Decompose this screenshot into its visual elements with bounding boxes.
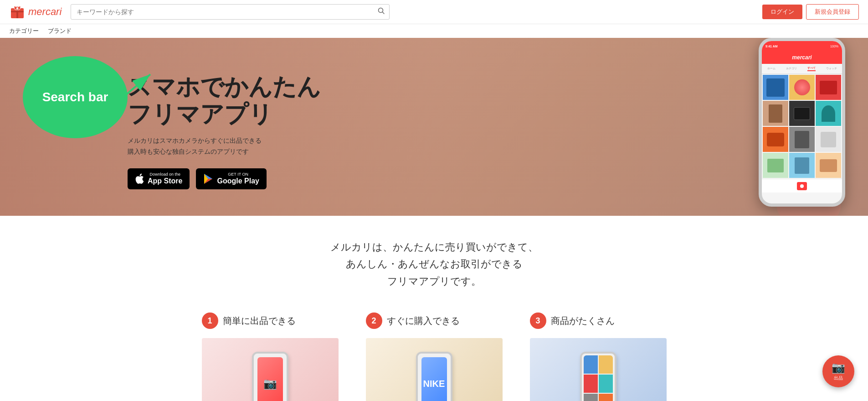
feature-image-3 <box>530 338 667 401</box>
apple-icon <box>135 173 144 184</box>
fab-icon: 📷 <box>832 361 845 374</box>
hero-subtitle-line2: 購入時も安心な独自システムのアプリです <box>128 148 249 155</box>
search-button[interactable] <box>378 7 385 16</box>
feature-item-1: 1 簡単に出品できる 📷 <box>202 312 339 401</box>
google-play-main: Google Play <box>217 177 259 185</box>
store-buttons: Download on the App Store GET IT ON Goog… <box>128 168 321 189</box>
phone-in-hand: 9:41 AM 100% mercari ホーム カテゴリ すべて ウォッチ <box>713 38 859 216</box>
google-play-sub: GET IT ON <box>217 172 259 177</box>
feature-number-row-1: 1 簡単に出品できる <box>202 312 296 329</box>
feature-image-2: NIKE <box>366 338 503 401</box>
feature-title-2: すぐに購入できる <box>387 315 460 327</box>
search-input[interactable] <box>71 4 390 20</box>
tagline-line3: フリマアプリです。 <box>9 273 859 290</box>
feature-image-1: 📷 <box>202 338 339 401</box>
register-button[interactable]: 新規会員登録 <box>806 4 859 20</box>
feature-item-3: 3 商品がたくさん <box>530 312 667 401</box>
fab-button[interactable]: 📷 出品 <box>822 355 854 387</box>
feature-title-3: 商品がたくさん <box>551 315 615 327</box>
nav-item-brand[interactable]: ブランド <box>48 27 72 35</box>
fab-label: 出品 <box>834 375 843 381</box>
feature-title-1: 簡単に出品できる <box>223 315 296 327</box>
svg-line-6 <box>383 12 385 14</box>
feature-item-2: 2 すぐに購入できる NIKE <box>366 312 503 401</box>
app-store-button[interactable]: Download on the App Store <box>128 168 190 189</box>
google-play-button[interactable]: GET IT ON Google Play <box>196 168 266 189</box>
tagline: メルカリは、かんたんに売り買いができて、 あんしん・あんぜんなお取引ができる フ… <box>9 239 859 290</box>
mercari-logo-icon <box>9 4 26 20</box>
hero-subtitle-line1: メルカリはスマホカメラからすぐに出品できる <box>128 137 262 144</box>
feature-number-3: 3 <box>530 312 546 329</box>
hero-section: Search bar スマホでかんたん フリマアプリ メルカリはスマホカメラから… <box>0 38 868 216</box>
header: mercari ログイン 新規会員登録 <box>0 0 868 24</box>
tagline-line2: あんしん・あんぜんなお取引ができる <box>9 255 859 272</box>
logo-text: mercari <box>28 6 62 18</box>
login-button[interactable]: ログイン <box>762 5 802 19</box>
search-bar-wrapper <box>71 4 390 20</box>
logo-link[interactable]: mercari <box>9 4 62 20</box>
nav-item-category[interactable]: カテゴリー <box>9 27 39 35</box>
main-content: メルカリは、かんたんに売り買いができて、 あんしん・あんぜんなお取引ができる フ… <box>0 216 868 401</box>
feature-number-row-3: 3 商品がたくさん <box>530 312 615 329</box>
google-play-icon <box>203 173 213 184</box>
features-section: 1 簡単に出品できる 📷 2 すぐに購入できる <box>161 312 708 401</box>
feature-number-2: 2 <box>366 312 382 329</box>
phone-app-logo: mercari <box>792 54 812 61</box>
annotation-arrow <box>109 65 164 111</box>
feature-number-row-2: 2 すぐに購入できる <box>366 312 460 329</box>
app-store-main: App Store <box>148 177 182 185</box>
search-bar-annotation: Search bar <box>23 56 128 138</box>
annotation-text: Search bar <box>42 89 108 105</box>
tagline-line1: メルカリは、かんたんに売り買いができて、 <box>9 239 859 255</box>
phone-device: 9:41 AM 100% mercari ホーム カテゴリ すべて ウォッチ <box>759 38 845 207</box>
app-store-sub: Download on the <box>148 172 182 177</box>
search-icon <box>378 7 385 15</box>
hero-subtitle: メルカリはスマホカメラからすぐに出品できる 購入時も安心な独自システムのアプリで… <box>128 135 321 157</box>
feature-number-1: 1 <box>202 312 218 329</box>
nav-bar: カテゴリー ブランド <box>0 24 868 38</box>
header-buttons: ログイン 新規会員登録 <box>762 4 859 20</box>
